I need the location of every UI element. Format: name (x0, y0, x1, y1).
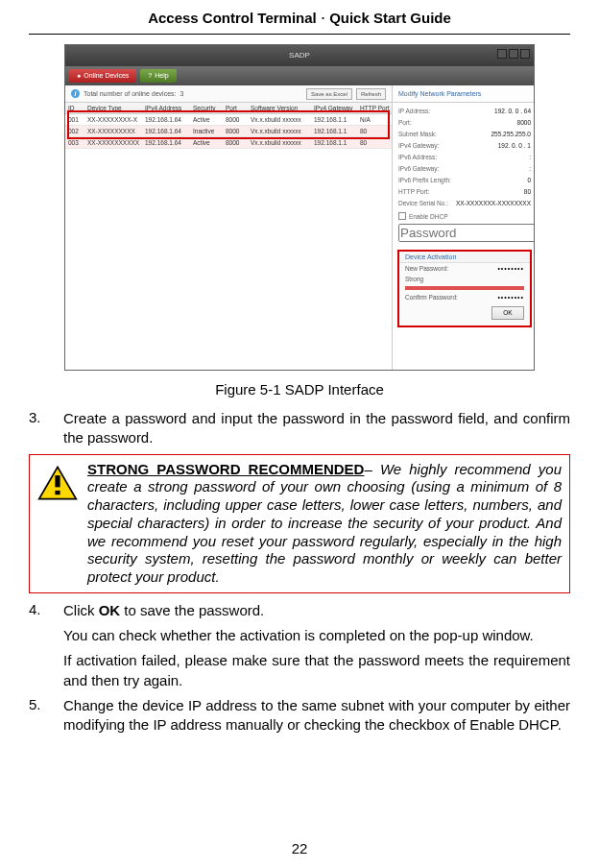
maximize-icon[interactable] (509, 49, 518, 59)
step-number: 5. (29, 696, 46, 735)
password-input[interactable] (398, 224, 535, 242)
help-button[interactable]: ? Help (140, 69, 176, 83)
sub-paragraph: You can check whether the activation is … (63, 626, 570, 645)
figure-caption: Figure 5-1 SADP Interface (29, 381, 570, 398)
table-row[interactable]: 002XX-XXXXXXXXX192.168.1.64Inactive8000V… (65, 126, 392, 137)
warning-text: STRONG PASSWORD RECOMMENDED– We highly r… (87, 461, 562, 587)
param-list: IP Address:192. 0. 0 . 64 Port:8000 Subn… (393, 103, 535, 245)
sub-paragraph: If activation failed, please make sure t… (63, 651, 570, 690)
table-header-row: ID Device Type IPv4 Address Security Por… (65, 103, 392, 114)
window-buttons (497, 49, 530, 59)
step-text: Create a password and input the password… (63, 409, 570, 448)
modify-params-header: Modify Network Parameters (393, 85, 535, 103)
step-text: Click OK to save the password. (63, 601, 570, 620)
step-text: Change the device IP address to the same… (63, 696, 570, 735)
sadp-left-panel: i Total number of online devices: 3 Save… (65, 85, 393, 370)
warning-icon (37, 465, 78, 501)
step-number: 4. (29, 601, 46, 620)
page-header: Access Control Terminal · Quick Start Gu… (29, 0, 570, 35)
header-title-left: Access Control Terminal (148, 10, 317, 26)
dhcp-checkbox[interactable] (398, 212, 406, 220)
strength-label: Strong (405, 276, 423, 282)
table-row[interactable]: 003XX-XXXXXXXXXX192.168.1.64Active8000Vx… (65, 137, 392, 149)
activation-title: Device Activation (399, 252, 530, 263)
close-icon[interactable] (520, 49, 530, 59)
warning-title: STRONG PASSWORD RECOMMENDED (87, 461, 364, 477)
strength-bar (405, 286, 524, 290)
svg-rect-2 (55, 490, 60, 494)
counter-label: Total number of online devices: (84, 85, 177, 103)
new-password-field[interactable]: •••••••• (497, 265, 524, 272)
header-dot: · (321, 8, 325, 27)
confirm-password-field[interactable]: •••••••• (497, 294, 524, 301)
warning-box: STRONG PASSWORD RECOMMENDED– We highly r… (29, 454, 570, 593)
refresh-button[interactable]: Refresh (356, 88, 386, 100)
svg-rect-1 (55, 475, 60, 487)
device-icon: ● (77, 69, 81, 83)
help-icon: ? (148, 69, 152, 83)
device-activation-box: Device Activation New Password:•••••••• … (398, 251, 531, 326)
sadp-screenshot: SADP ● Online Devices ? Help i (64, 44, 535, 371)
sadp-window-title: SADP (289, 51, 310, 60)
info-icon: i (71, 89, 80, 98)
table-row[interactable]: 001XX-XXXXXXXX-X192.168.1.64Active8000Vx… (65, 114, 392, 126)
page-number: 22 (0, 840, 599, 856)
sadp-toolbar: ● Online Devices ? Help (65, 66, 534, 85)
devices-table: ID Device Type IPv4 Address Security Por… (65, 103, 392, 149)
counter-value: 3 (180, 85, 184, 103)
step-number: 3. (29, 409, 46, 448)
ok-button[interactable]: OK (491, 306, 524, 320)
sadp-titlebar: SADP (65, 45, 534, 66)
online-devices-button[interactable]: ● Online Devices (69, 69, 136, 83)
sadp-right-panel: Modify Network Parameters IP Address:192… (393, 85, 535, 370)
device-counter-bar: i Total number of online devices: 3 Save… (65, 85, 392, 103)
minimize-icon[interactable] (497, 49, 507, 59)
save-excel-button[interactable]: Save as Excel (306, 88, 352, 100)
header-title-right: Quick Start Guide (329, 10, 451, 26)
